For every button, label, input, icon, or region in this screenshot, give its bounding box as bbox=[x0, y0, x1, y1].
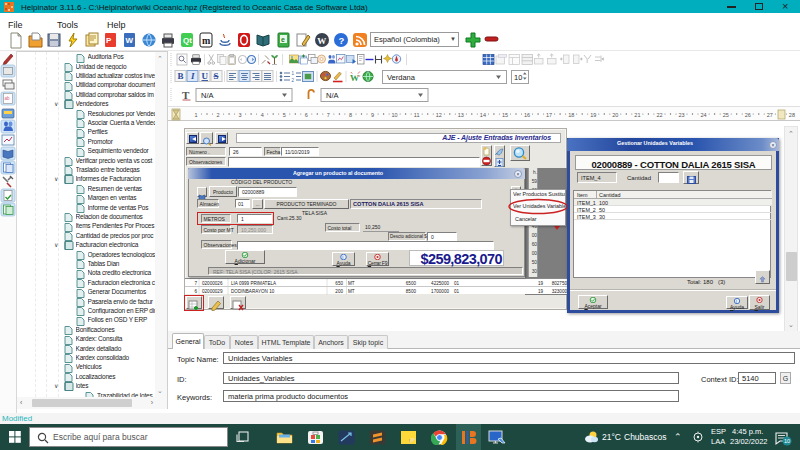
svg-text:19: 19 bbox=[538, 289, 544, 294]
svg-text:Qt: Qt bbox=[183, 36, 192, 45]
svg-text:17: 17 bbox=[546, 112, 552, 118]
svg-text:19: 19 bbox=[590, 112, 596, 118]
svg-text:2: 2 bbox=[292, 78, 295, 83]
svg-text:00: 00 bbox=[531, 251, 537, 256]
svg-text:6: 6 bbox=[194, 289, 197, 294]
svg-text:N/A: N/A bbox=[201, 91, 214, 100]
svg-text:24: 24 bbox=[701, 112, 707, 118]
svg-text:?: ? bbox=[339, 35, 345, 46]
svg-text:30: 30 bbox=[531, 269, 537, 274]
svg-text:3: 3 bbox=[239, 112, 242, 118]
svg-text:50: 50 bbox=[531, 260, 537, 265]
svg-text:W: W bbox=[350, 73, 359, 83]
svg-text:11: 11 bbox=[414, 112, 420, 118]
svg-text:1: 1 bbox=[292, 71, 295, 76]
svg-text:8: 8 bbox=[349, 112, 352, 118]
svg-text:802750: 802750 bbox=[552, 281, 567, 286]
svg-text:27: 27 bbox=[767, 112, 773, 118]
svg-text:e: e bbox=[281, 36, 285, 43]
svg-text:MT: MT bbox=[348, 281, 355, 286]
svg-text:28: 28 bbox=[789, 112, 795, 118]
svg-text:22: 22 bbox=[656, 112, 662, 118]
svg-text:02000026: 02000026 bbox=[202, 281, 223, 286]
svg-text:U: U bbox=[202, 71, 209, 81]
svg-text:I: I bbox=[190, 71, 195, 81]
svg-text:18: 18 bbox=[568, 112, 574, 118]
svg-text:h.: h. bbox=[532, 170, 536, 175]
svg-text:10: 10 bbox=[784, 438, 790, 444]
svg-text:15: 15 bbox=[502, 112, 508, 118]
svg-text:10: 10 bbox=[514, 73, 522, 82]
svg-text:10: 10 bbox=[392, 112, 398, 118]
svg-text:650: 650 bbox=[335, 281, 343, 286]
svg-text:B: B bbox=[178, 71, 184, 81]
svg-text:200: 200 bbox=[335, 289, 343, 294]
svg-text:21: 21 bbox=[634, 112, 640, 118]
svg-text:7: 7 bbox=[327, 112, 330, 118]
svg-text:19: 19 bbox=[538, 281, 544, 286]
svg-text:DODINBARAYON 10: DODINBARAYON 10 bbox=[231, 289, 275, 294]
svg-text:12: 12 bbox=[436, 112, 442, 118]
svg-text:6500: 6500 bbox=[406, 281, 417, 286]
svg-text:00: 00 bbox=[531, 233, 537, 238]
svg-text:8500: 8500 bbox=[406, 289, 417, 294]
svg-text:9: 9 bbox=[371, 112, 374, 118]
svg-text:S: S bbox=[214, 71, 219, 81]
svg-text:6: 6 bbox=[305, 112, 308, 118]
svg-text:W: W bbox=[317, 36, 326, 46]
svg-text:01: 01 bbox=[454, 289, 460, 294]
svg-text:1: 1 bbox=[194, 112, 197, 118]
svg-text:P: P bbox=[106, 36, 112, 45]
svg-text:Verdana: Verdana bbox=[387, 73, 416, 82]
svg-text:14: 14 bbox=[480, 112, 486, 118]
svg-text:20: 20 bbox=[612, 112, 618, 118]
svg-text:23: 23 bbox=[678, 112, 684, 118]
svg-text:323000: 323000 bbox=[552, 289, 567, 294]
svg-text:4: 4 bbox=[261, 112, 264, 118]
svg-text:60: 60 bbox=[531, 242, 537, 247]
svg-text:m: m bbox=[202, 35, 211, 46]
svg-text:01: 01 bbox=[454, 281, 460, 286]
svg-text:T: T bbox=[182, 89, 190, 101]
svg-text:7: 7 bbox=[194, 281, 197, 286]
svg-text:4225000: 4225000 bbox=[431, 281, 449, 286]
svg-text:ab: ab bbox=[5, 96, 11, 101]
svg-text:LIA 0999 PRIMATELA: LIA 0999 PRIMATELA bbox=[231, 281, 277, 286]
svg-text:5: 5 bbox=[283, 112, 286, 118]
svg-text:16: 16 bbox=[524, 112, 530, 118]
svg-text:25: 25 bbox=[723, 112, 729, 118]
svg-text:1700000: 1700000 bbox=[431, 289, 449, 294]
svg-text:26: 26 bbox=[745, 112, 751, 118]
svg-text:N/A: N/A bbox=[326, 91, 339, 100]
svg-text:2: 2 bbox=[217, 112, 220, 118]
svg-text:MT: MT bbox=[348, 289, 355, 294]
svg-text:13: 13 bbox=[458, 112, 464, 118]
svg-text:W: W bbox=[126, 36, 134, 45]
svg-text:59: 59 bbox=[531, 179, 537, 184]
svg-text:02000029: 02000029 bbox=[202, 289, 223, 294]
